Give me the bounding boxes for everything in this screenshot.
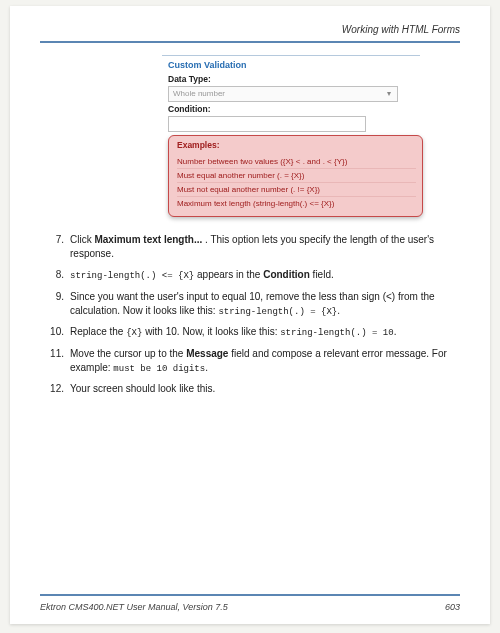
step-text: Your screen should look like this. (70, 382, 460, 396)
step-number: 12. (40, 382, 70, 396)
plain-text: with 10. Now, it looks like this: (142, 326, 280, 337)
instruction-step: 9.Since you want the user's input to equ… (40, 290, 460, 319)
code-text: string-length(.) <= {X} (70, 271, 194, 281)
code-text: {X} (126, 328, 142, 338)
plain-text: Your screen should look like this. (70, 383, 215, 394)
plain-text: Click (70, 234, 94, 245)
footer-manual-title: Ektron CMS400.NET User Manual, Version 7… (40, 602, 228, 612)
plain-text: Move the cursor up to the (70, 348, 186, 359)
datatype-label: Data Type: (168, 74, 418, 84)
step-text: Click Maximum text length... . This opti… (70, 233, 460, 261)
step-text: Move the cursor up to the Message field … (70, 347, 460, 376)
running-header: Working with HTML Forms (40, 24, 460, 35)
page-footer: Ektron CMS400.NET User Manual, Version 7… (40, 602, 460, 612)
plain-text: field. (310, 269, 334, 280)
datatype-value: Whole number (173, 89, 225, 98)
plain-text: . (205, 362, 208, 373)
examples-tooltip: Examples: Number between two values ({X}… (168, 135, 423, 217)
step-number: 11. (40, 347, 70, 376)
code-text: string-length(.) = {X} (218, 307, 337, 317)
step-number: 9. (40, 290, 70, 319)
instruction-step: 10.Replace the {X} with 10. Now, it look… (40, 325, 460, 340)
document-page: Working with HTML Forms Custom Validatio… (10, 6, 490, 624)
code-text: must be 10 digits (113, 364, 205, 374)
tooltip-title: Examples: (177, 140, 416, 150)
footer-rule (40, 594, 460, 596)
bold-text: Condition (263, 269, 310, 280)
chevron-down-icon: ▾ (383, 89, 395, 99)
instruction-list: 7.Click Maximum text length... . This op… (40, 233, 460, 396)
step-number: 10. (40, 325, 70, 340)
condition-input[interactable] (168, 116, 366, 132)
footer-page-number: 603 (445, 602, 460, 612)
instruction-step: 7.Click Maximum text length... . This op… (40, 233, 460, 261)
instruction-step: 11.Move the cursor up to the Message fie… (40, 347, 460, 376)
plain-text: . (394, 326, 397, 337)
condition-label: Condition: (168, 104, 418, 114)
step-number: 7. (40, 233, 70, 261)
bold-text: Maximum text length... (94, 234, 202, 245)
step-text: Since you want the user's input to equal… (70, 290, 460, 319)
step-text: Replace the {X} with 10. Now, it looks l… (70, 325, 460, 340)
instruction-step: 8.string-length(.) <= {X} appears in the… (40, 268, 460, 283)
code-text: string-length(.) = 10 (280, 328, 393, 338)
plain-text: . (337, 305, 340, 316)
custom-validation-figure: Custom Validation Data Type: Whole numbe… (160, 55, 420, 219)
bold-text: Message (186, 348, 228, 359)
tooltip-row[interactable]: Must not equal another number (. != {X}) (177, 183, 416, 197)
tooltip-row[interactable]: Number between two values ({X} < . and .… (177, 155, 416, 169)
panel-title: Custom Validation (168, 60, 418, 70)
step-number: 8. (40, 268, 70, 283)
instruction-step: 12.Your screen should look like this. (40, 382, 460, 396)
validation-panel: Custom Validation Data Type: Whole numbe… (162, 55, 420, 219)
plain-text: Replace the (70, 326, 126, 337)
tooltip-row[interactable]: Maximum text length (string-length(.) <=… (177, 197, 416, 210)
header-rule (40, 41, 460, 43)
plain-text: appears in the (194, 269, 263, 280)
tooltip-row[interactable]: Must equal another number (. = {X}) (177, 169, 416, 183)
step-text: string-length(.) <= {X} appears in the C… (70, 268, 460, 283)
datatype-select[interactable]: Whole number ▾ (168, 86, 398, 102)
